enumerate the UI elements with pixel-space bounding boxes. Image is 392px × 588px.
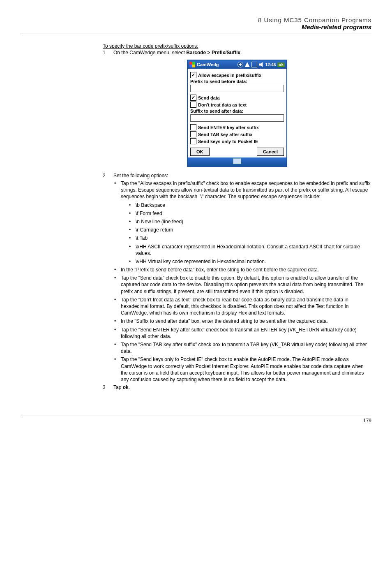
sub-xhh: \xHH ASCII character represented in Hexa… — [128, 243, 371, 257]
device-screenshot: CamWedg 12:46 ok ✓ Allow escapes in pref… — [187, 60, 287, 167]
signal-icon — [245, 62, 250, 67]
prefix-label: Prefix to send before data: — [190, 79, 284, 84]
clock: 12:46 — [265, 63, 276, 67]
step3-prefix: Tap — [113, 384, 123, 390]
send-tab-checkbox — [190, 131, 196, 137]
page-number: 179 — [21, 418, 371, 424]
sip-bar — [188, 157, 286, 166]
step-number: 3 — [103, 384, 113, 390]
step1-suffix: . — [240, 50, 242, 56]
send-enter-checkbox — [190, 124, 196, 130]
sub-newline: \n New line (line feed) — [128, 218, 371, 225]
dont-treat-label: Don't treat data as text — [198, 102, 247, 107]
status-icon — [238, 62, 243, 67]
step1-menu-path: Barcode > Prefix/Suffix — [186, 50, 240, 56]
sub-vhh: \vHH Virtual key code represented in Hex… — [128, 258, 371, 265]
step3-suffix: . — [129, 384, 130, 390]
send-pocket-checkbox — [190, 138, 196, 144]
procedure-title: To specify the bar code prefix/suffix op… — [103, 43, 371, 49]
bullet-send-enter: Tap the "Send ENTER key after suffix" ch… — [113, 326, 371, 340]
header-section: Media-related programs — [21, 23, 371, 30]
send-enter-label: Send ENTER key after suffix — [198, 125, 259, 130]
sub-formfeed: \f Form feed — [128, 210, 371, 217]
suffix-input — [190, 114, 284, 122]
sub-carriage: \r Carriage return — [128, 227, 371, 233]
step-1-text: On the CamWedge menu, select Barcode > P… — [113, 50, 242, 56]
header-chapter: 8 Using MC35 Companion Programs — [21, 16, 371, 23]
cancel-button: Cancel — [257, 148, 284, 156]
bullet-send-pocket: Tap the "Send keys only to Pocket IE" ch… — [113, 356, 371, 383]
step-3-text: Tap ok. — [113, 384, 130, 390]
step1-prefix: On the CamWedge menu, select — [113, 50, 186, 56]
keyboard-icon — [233, 158, 241, 164]
allow-escapes-label: Allow escapes in prefix/suffix — [198, 73, 261, 78]
start-icon — [189, 62, 195, 67]
send-tab-label: Send TAB key after suffix — [198, 132, 252, 137]
allow-escapes-checkbox: ✓ — [190, 72, 196, 78]
send-data-checkbox: ✓ — [190, 95, 196, 101]
step3-ok: ok — [123, 384, 129, 390]
dont-treat-checkbox — [190, 102, 196, 108]
send-pocket-label: Send keys only to Pocket IE — [198, 139, 258, 144]
titlebar: CamWedg 12:46 ok — [188, 60, 286, 69]
step-number: 1 — [103, 50, 113, 56]
footer-rule — [21, 415, 371, 415]
ok-softkey: ok — [277, 63, 285, 67]
bullet-send-data: Tap the "Send data" check box to disable… — [113, 275, 371, 295]
bullet-allow-escapes: Tap the "Allow escapes in prefix/suffix"… — [113, 180, 371, 265]
bullet-prefix-box: In the "Prefix to send before data" box,… — [113, 266, 371, 273]
bullet-suffix-box: In the "Suffix to send after data" box, … — [113, 318, 371, 324]
app-title: CamWedg — [197, 62, 219, 67]
suffix-label: Suffix to send after data: — [190, 109, 284, 113]
bullet-send-tab: Tap the "Send TAB key after suffix" chec… — [113, 341, 371, 354]
step-2-text: Set the following options: — [113, 173, 168, 178]
prefix-input — [190, 85, 284, 92]
bullet-dont-treat: Tap the "Don't treat data as text" check… — [113, 296, 371, 317]
volume-icon — [259, 62, 264, 67]
ok-button: OK — [190, 148, 210, 156]
header-rule — [21, 33, 371, 33]
connection-icon — [251, 62, 257, 67]
sub-backspace: \b Backspace — [128, 202, 371, 208]
bullet-text: Tap the "Allow escapes in prefix/suffix"… — [121, 181, 371, 199]
step-number: 2 — [103, 173, 113, 178]
sub-tab: \t Tab — [128, 235, 371, 241]
send-data-label: Send data — [198, 95, 220, 100]
